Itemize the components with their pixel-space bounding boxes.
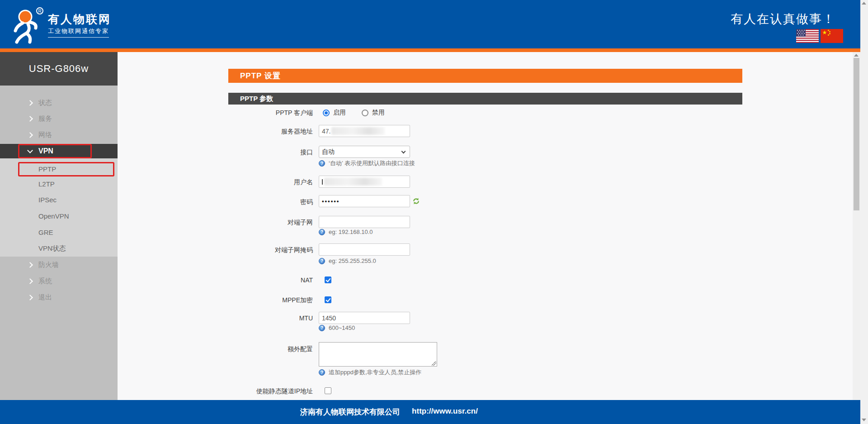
username-label: 用户名 [177, 178, 313, 186]
peer-subnet-hint-text: eg: 192.168.10.0 [329, 229, 373, 235]
peer-mask-input[interactable] [319, 243, 410, 256]
interface-selected-value: 自动 [322, 148, 335, 156]
nat-checkbox[interactable] [325, 276, 331, 283]
sidebar-item-label: 系统 [38, 277, 52, 286]
section-title-bar: PPTP 设置 [228, 69, 742, 83]
mtu-value: 1450 [322, 314, 336, 322]
extra-config-label: 额外配置 [177, 345, 313, 353]
page: R 有人物联网 工业物联网通信专家 有人在认真做事！ [0, 0, 868, 424]
peer-subnet-label: 对端子网 [177, 219, 313, 227]
enable-radio[interactable] [323, 110, 330, 116]
enable-radio-label: 启用 [333, 109, 346, 117]
footer-company: 济南有人物联网技术有限公司 [300, 407, 400, 417]
chevron-right-icon [27, 116, 33, 122]
mtu-input[interactable]: 1450 [319, 312, 410, 324]
mppe-label: MPPE加密 [177, 296, 313, 305]
sidebar-item-PPTP[interactable]: PPTP [0, 162, 118, 176]
scroll-up-icon[interactable] [854, 54, 859, 57]
sidebar-item-服务[interactable]: 服务 [0, 111, 118, 126]
static-tunnel-label: 使能静态隧道IP地址 [177, 387, 313, 395]
disable-radio-label: 禁用 [372, 109, 385, 117]
sidebar-item-label: PPTP [38, 165, 56, 173]
panel-title: PPTP 参数 [240, 95, 273, 103]
interface-hint: ? ‘自动’ 表示使用默认路由接口连接 [319, 159, 415, 167]
sidebar-item-VPN状态[interactable]: VPN状态 [0, 241, 118, 256]
header-slogan: 有人在认真做事！ [731, 11, 835, 27]
sidebar-item-状态[interactable]: 状态 [0, 95, 118, 110]
enable-radio-group: 启用 [323, 109, 346, 117]
username-redaction [324, 178, 382, 186]
interface-label: 接口 [177, 148, 313, 157]
sidebar-item-label: L2TP [38, 180, 55, 188]
inner-scrollbar[interactable] [853, 52, 860, 400]
mtu-hint-text: 600~1450 [329, 324, 355, 331]
footer-url-link[interactable]: http://www.usr.cn/ [412, 407, 478, 417]
sidebar-item-label: 服务 [38, 114, 52, 123]
peer-mask-hint: ? eg: 255.255.255.0 [319, 257, 376, 264]
interface-select[interactable]: 自动 [319, 146, 410, 158]
chevron-down-icon [401, 149, 406, 154]
help-icon: ? [319, 229, 325, 235]
sidebar-item-GRE[interactable]: GRE [0, 225, 118, 239]
device-name: USR-G806w [0, 52, 118, 86]
help-icon: ? [319, 258, 325, 264]
password-label: 密码 [177, 198, 313, 206]
mtu-label: MTU [177, 314, 313, 322]
scrollbar-thumb[interactable] [854, 58, 859, 210]
help-icon: ? [319, 369, 325, 376]
sidebar-item-label: 状态 [38, 99, 52, 107]
disable-radio-group: 禁用 [362, 109, 385, 117]
sidebar-item-网络[interactable]: 网络 [0, 128, 118, 142]
outer-scrollbar[interactable] [860, 0, 868, 424]
sidebar-item-L2TP[interactable]: L2TP [0, 176, 118, 191]
mtu-hint: ? 600~1450 [319, 324, 355, 331]
sidebar-item-退出[interactable]: 退出 [0, 290, 118, 305]
username-input[interactable] [319, 176, 410, 188]
sidebar-item-label: OpenVPN [38, 212, 69, 220]
password-masked-value: •••••• [322, 198, 340, 205]
peer-mask-label: 对端子网掩码 [177, 246, 313, 254]
scroll-up-icon[interactable] [862, 2, 866, 5]
sidebar-item-label: VPN [38, 147, 53, 155]
peer-mask-hint-text: eg: 255.255.255.0 [329, 257, 376, 264]
sidebar-item-label: 防火墙 [38, 261, 59, 269]
sidebar-item-label: 网络 [38, 131, 52, 139]
sidebar-item-IPSec[interactable]: IPSec [0, 192, 118, 207]
chevron-down-icon [27, 148, 33, 153]
sidebar-item-OpenVPN[interactable]: OpenVPN [0, 209, 118, 223]
brand-logo-icon: R [10, 6, 45, 44]
extra-config-textarea[interactable] [319, 342, 437, 367]
pptp-client-label: PPTP 客户端 [177, 109, 313, 117]
username-partial-char [322, 179, 323, 185]
static-tunnel-checkbox[interactable] [325, 387, 331, 394]
server-address-value: 47. [322, 128, 330, 135]
sidebar-item-系统[interactable]: 系统 [0, 274, 118, 288]
mppe-checkbox[interactable] [325, 296, 331, 303]
help-icon: ? [319, 160, 325, 167]
chevron-right-icon [27, 278, 33, 284]
peer-subnet-input[interactable] [319, 216, 410, 228]
chevron-right-icon [27, 295, 33, 300]
extra-config-hint-text: 追加pppd参数,非专业人员,禁止操作 [329, 368, 421, 376]
resize-handle[interactable] [432, 361, 436, 366]
cn-flag-icon[interactable] [821, 29, 843, 43]
sidebar-item-label: IPSec [38, 196, 57, 204]
panel-title-bar: PPTP 参数 [228, 93, 742, 105]
chevron-right-icon [27, 100, 33, 106]
peer-subnet-hint: ? eg: 192.168.10.0 [319, 229, 373, 235]
server-address-input[interactable]: 47. [319, 125, 410, 137]
chevron-right-icon [27, 132, 33, 138]
chevron-right-icon [27, 262, 33, 268]
svg-text:R: R [38, 9, 41, 14]
sidebar-item-label: VPN状态 [38, 244, 66, 253]
brand-title: 有人物联网 [48, 12, 111, 27]
disable-radio[interactable] [362, 110, 368, 116]
sidebar-item-防火墙[interactable]: 防火墙 [0, 257, 118, 272]
sidebar-item-VPN[interactable]: VPN [0, 144, 118, 158]
password-input[interactable]: •••••• [319, 195, 410, 207]
password-refresh-icon[interactable] [412, 197, 420, 207]
server-address-redaction [331, 127, 385, 135]
us-flag-icon[interactable] [796, 29, 819, 43]
extra-config-hint: ? 追加pppd参数,非专业人员,禁止操作 [319, 368, 421, 376]
scroll-down-icon[interactable] [862, 419, 866, 421]
